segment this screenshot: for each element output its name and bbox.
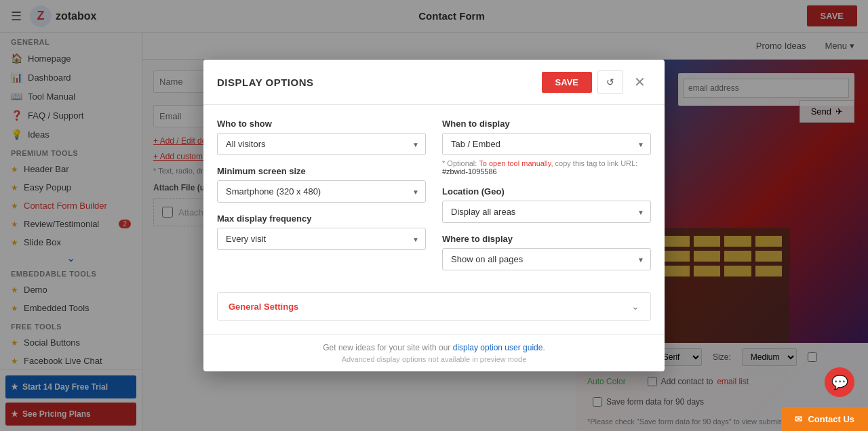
chat-icon: 💬 bbox=[831, 374, 848, 390]
where-to-display-group: Where to display Show on all pages Speci… bbox=[442, 234, 651, 270]
chat-bubble-button[interactable]: 💬 bbox=[825, 367, 854, 397]
general-settings-title: General Settings bbox=[229, 302, 298, 312]
min-screen-group: Minimum screen size Smartphone (320 x 48… bbox=[217, 166, 426, 203]
max-freq-label: Max display frequency bbox=[217, 213, 426, 224]
min-screen-label: Minimum screen size bbox=[217, 166, 426, 176]
where-label: Where to display bbox=[442, 234, 651, 244]
general-settings-section: General Settings ⌄ bbox=[217, 292, 651, 321]
display-guide-link[interactable]: display option user guide bbox=[453, 343, 543, 352]
general-settings-header[interactable]: General Settings ⌄ bbox=[218, 293, 650, 320]
optional-text: * Optional: To open tool manually, copy … bbox=[442, 159, 651, 176]
when-label: When to display bbox=[442, 119, 651, 129]
optional-prefix: * Optional: bbox=[442, 159, 479, 167]
footer-prefix: Get new ideas for your site with our bbox=[323, 343, 452, 352]
modal-save-button[interactable]: SAVE bbox=[542, 72, 592, 93]
contact-us-label: Contact Us bbox=[808, 414, 854, 424]
modal-refresh-button[interactable]: ↺ bbox=[597, 70, 623, 94]
tag-text: #zbwid-1095586 bbox=[442, 167, 497, 176]
display-options-modal: DISPLAY OPTIONS SAVE ↺ ✕ Who to show All… bbox=[203, 60, 665, 371]
footer-note: Advanced display options not available i… bbox=[217, 355, 651, 363]
optional-text-mid: copy this tag to link URL: bbox=[553, 159, 638, 167]
location-select[interactable]: Display all areas Specific countries bbox=[442, 201, 651, 223]
location-label: Location (Geo) bbox=[442, 186, 651, 197]
modal-actions: SAVE ↺ ✕ bbox=[542, 70, 651, 94]
when-to-display-select[interactable]: Tab / Embed Immediately On scroll On exi… bbox=[442, 133, 651, 155]
modal-right-column: When to display Tab / Embed Immediately … bbox=[442, 119, 651, 281]
max-freq-select[interactable]: Every visit Once per day Once per week bbox=[217, 228, 426, 250]
contact-us-button[interactable]: ✉ Contact Us bbox=[781, 407, 868, 431]
modal-left-column: Who to show All visitors New visitors Re… bbox=[217, 119, 426, 281]
chevron-down-icon: ⌄ bbox=[631, 301, 639, 312]
envelope-icon: ✉ bbox=[795, 414, 802, 424]
open-tool-link[interactable]: To open tool manually, bbox=[479, 159, 553, 167]
who-label: Who to show bbox=[217, 119, 426, 129]
modal-title: DISPLAY OPTIONS bbox=[217, 77, 314, 88]
modal-overlay: DISPLAY OPTIONS SAVE ↺ ✕ Who to show All… bbox=[0, 0, 868, 431]
max-freq-group: Max display frequency Every visit Once p… bbox=[217, 213, 426, 250]
modal-body: Who to show All visitors New visitors Re… bbox=[203, 105, 665, 334]
location-group: Location (Geo) Display all areas Specifi… bbox=[442, 186, 651, 223]
who-to-show-select[interactable]: All visitors New visitors Returning visi… bbox=[217, 133, 426, 155]
footer-text: Get new ideas for your site with our dis… bbox=[217, 343, 651, 352]
footer-suffix: . bbox=[542, 343, 545, 352]
min-screen-select[interactable]: Smartphone (320 x 480) Tablet (768 x 102… bbox=[217, 180, 426, 203]
modal-close-button[interactable]: ✕ bbox=[629, 71, 651, 93]
where-to-display-select[interactable]: Show on all pages Specific pages bbox=[442, 248, 651, 270]
modal-footer: Get new ideas for your site with our dis… bbox=[203, 334, 665, 371]
who-to-show-group: Who to show All visitors New visitors Re… bbox=[217, 119, 426, 155]
modal-header: DISPLAY OPTIONS SAVE ↺ ✕ bbox=[203, 60, 665, 105]
when-to-display-group: When to display Tab / Embed Immediately … bbox=[442, 119, 651, 176]
